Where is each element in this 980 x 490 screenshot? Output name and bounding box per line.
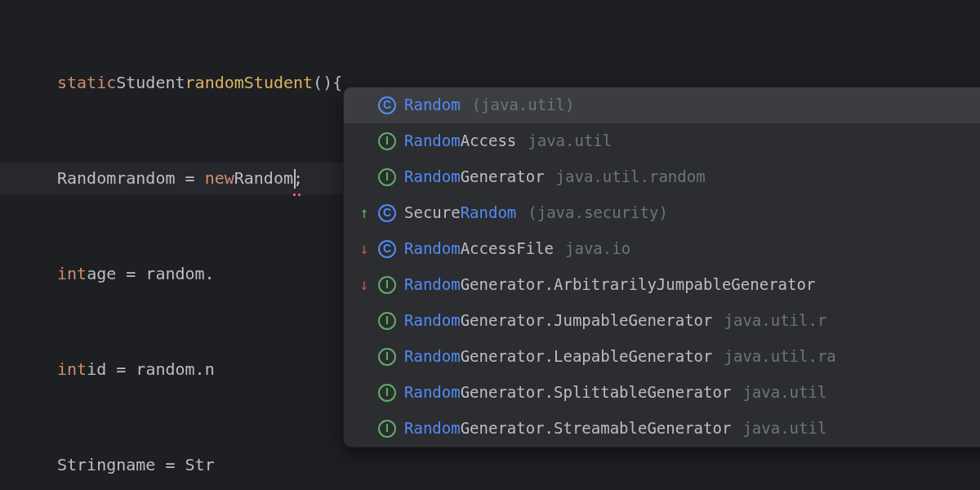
package-label: java.util.random xyxy=(556,162,706,192)
package-label: java.util xyxy=(528,126,612,156)
class-icon: C xyxy=(378,96,396,114)
relevance-down-icon: ↓ xyxy=(359,270,370,300)
interface-icon: I xyxy=(378,168,396,186)
autocomplete-item-label: RandomGenerator.LeapableGeneratorjava.ut… xyxy=(404,341,836,372)
autocomplete-item-label: SecureRandom(java.security) xyxy=(404,198,668,228)
interface-icon: I xyxy=(378,276,396,294)
autocomplete-item-label: RandomGeneratorjava.util.random xyxy=(404,162,706,192)
package-label: java.util xyxy=(742,377,826,408)
autocomplete-item-label: RandomGenerator.StreamableGeneratorjava.… xyxy=(404,413,826,443)
autocomplete-item[interactable]: IRandomGenerator.StreamableGeneratorjava… xyxy=(344,411,980,447)
autocomplete-item[interactable]: ↑CSecureRandom(java.security) xyxy=(344,195,980,231)
autocomplete-item-label: RandomGenerator.ArbitrarilyJumpableGener… xyxy=(404,270,815,300)
package-label: java.util.ra xyxy=(724,341,836,372)
autocomplete-item[interactable]: IRandomGeneratorjava.util.random xyxy=(344,159,980,195)
autocomplete-item[interactable]: IRandomAccessjava.util xyxy=(344,123,980,159)
autocomplete-item-label: Random(java.util) xyxy=(404,90,574,120)
package-label: java.io xyxy=(565,234,630,264)
relevance-down-icon: ↓ xyxy=(359,234,370,264)
autocomplete-item[interactable]: ↓CRandomAccessFilejava.io xyxy=(344,231,980,267)
interface-icon: I xyxy=(378,132,396,150)
interface-icon: I xyxy=(378,348,396,366)
class-icon: C xyxy=(378,240,396,258)
autocomplete-item-label: RandomGenerator.JumpableGeneratorjava.ut… xyxy=(404,305,826,336)
package-label: (java.util) xyxy=(472,90,575,120)
code-line: String name = Str xyxy=(57,449,980,481)
autocomplete-item[interactable]: IRandomGenerator.LeapableGeneratorjava.u… xyxy=(344,339,980,375)
interface-icon: I xyxy=(378,384,396,402)
autocomplete-item[interactable]: IRandomGenerator.SplittableGeneratorjava… xyxy=(344,375,980,411)
class-icon: C xyxy=(378,204,396,222)
package-label: java.util.r xyxy=(724,305,827,336)
package-label: (java.security) xyxy=(528,198,668,228)
autocomplete-item-label: RandomAccessjava.util xyxy=(404,126,612,156)
autocomplete-popup[interactable]: CRandom(java.util)IRandomAccessjava.util… xyxy=(343,87,980,448)
autocomplete-item[interactable]: CRandom(java.util) xyxy=(344,87,980,123)
autocomplete-item[interactable]: IRandomGenerator.JumpableGeneratorjava.u… xyxy=(344,303,980,339)
relevance-up-icon: ↑ xyxy=(359,198,370,228)
package-label: java.util xyxy=(742,413,826,443)
autocomplete-item[interactable]: ↓IRandomGenerator.ArbitrarilyJumpableGen… xyxy=(344,267,980,303)
interface-icon: I xyxy=(378,312,396,330)
autocomplete-item-label: RandomGenerator.SplittableGeneratorjava.… xyxy=(404,377,826,408)
autocomplete-item-label: RandomAccessFilejava.io xyxy=(404,234,630,264)
interface-icon: I xyxy=(378,420,396,438)
